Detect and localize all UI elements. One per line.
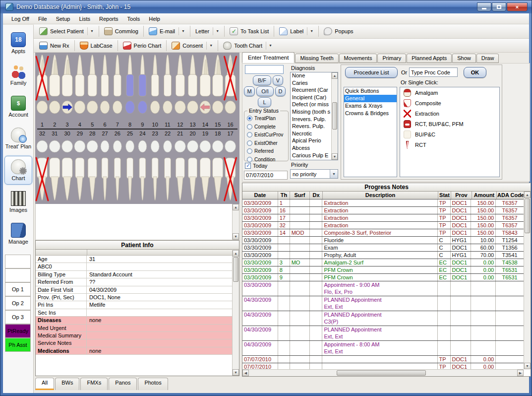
chevron-down-icon[interactable]: ▼ xyxy=(266,42,272,50)
scroll-up-arrow[interactable]: ▲ xyxy=(233,250,239,257)
quick-category-quick-buttons[interactable]: Quick Buttons xyxy=(344,87,397,95)
chevron-down-icon[interactable]: ▼ xyxy=(87,27,94,35)
patient-info-row-medical-summary[interactable]: Medical Summary xyxy=(36,332,232,339)
radio-icon[interactable] xyxy=(247,116,252,121)
diagnosis-option-none[interactable]: None xyxy=(291,72,338,80)
op-button-op-3[interactable]: Op 3 xyxy=(5,310,31,324)
tooth-number-input[interactable] xyxy=(245,65,284,74)
column-header-surf[interactable]: Surf xyxy=(290,192,310,199)
diagnosis-option-abcess[interactable]: Abcess xyxy=(291,145,338,152)
single-click-extraction[interactable]: Extraction xyxy=(400,108,499,119)
column-header-stat[interactable]: Stat xyxy=(438,192,451,199)
op-button-op-1[interactable]: Op 1 xyxy=(5,282,31,296)
scrollbar-thumb[interactable] xyxy=(525,198,530,233)
entry-status-option-referred[interactable]: Referred xyxy=(244,147,288,155)
scroll-down-arrow[interactable]: ▼ xyxy=(524,363,531,369)
surface-button-oi[interactable]: O/I xyxy=(256,86,274,96)
status-button-ptready[interactable]: PtReady xyxy=(5,324,31,338)
toolbar-button-e-mail[interactable]: E-mail▼ xyxy=(145,25,188,37)
image-tab-fmxs[interactable]: FMXs xyxy=(80,378,108,390)
patient-info-scrollbar[interactable]: ▲ ▼ xyxy=(232,250,239,376)
sidebar-item-appts[interactable]: 18Appts xyxy=(4,29,32,58)
single-click-rct[interactable]: RCT xyxy=(400,139,499,150)
menu-lists[interactable]: Lists xyxy=(74,14,95,23)
menu-help[interactable]: Help xyxy=(144,14,165,23)
column-header-prov[interactable]: Prov xyxy=(451,192,472,199)
column-header-amount[interactable]: Amount xyxy=(472,192,497,199)
menu-setup[interactable]: Setup xyxy=(52,14,75,23)
radio-icon[interactable] xyxy=(247,157,252,162)
toolbar-button-select-patient[interactable]: Select Patient▼ xyxy=(36,25,97,37)
diagnosis-option-revers-pulp[interactable]: Revers. Pulp. xyxy=(291,123,338,131)
toolbar-button-perio-chart[interactable]: Perio Chart xyxy=(119,40,165,52)
patient-info-row-billing-type[interactable]: Billing TypeStandard Account xyxy=(36,271,232,278)
op-empty-slot[interactable] xyxy=(5,268,31,282)
ok-button[interactable]: OK xyxy=(464,67,486,78)
table-row[interactable]: 03/30/20099PFM CrownECDOC10.00T6531 xyxy=(242,274,524,281)
table-row[interactable]: 04/30/2009PLANNED AppointmentExt, Ext xyxy=(242,296,524,311)
table-row[interactable]: 07/07/2010TPDOC10.00 xyxy=(242,363,524,369)
surface-button-bf[interactable]: B/F xyxy=(253,75,271,85)
patient-info-row-sec-ins[interactable]: Sec Ins xyxy=(36,309,232,317)
column-header-ada-code[interactable]: ADA Code xyxy=(497,192,525,199)
toolbar-button-commlog[interactable]: Commlog xyxy=(101,25,142,37)
patient-info-row-medications[interactable]: Medicationsnone xyxy=(36,347,232,355)
table-row[interactable]: 03/30/20091ExtractionTPDOC1150.00T6357 xyxy=(242,199,524,207)
table-row[interactable]: 04/30/2009PLANNED AppointmentExt, Ext xyxy=(242,326,524,341)
patient-info-row-date-first-visit[interactable]: Date First Visit04/30/2009 xyxy=(36,286,232,294)
title-bar[interactable]: Demo Database {Admin} - Smith, John - 15… xyxy=(0,0,532,13)
sidebar-item-images[interactable]: Images xyxy=(4,188,32,216)
scroll-down-arrow[interactable]: ▼ xyxy=(332,153,338,160)
patient-info-row-prov-pri-sec[interactable]: Prov. (Pri, Sec)DOC1, None xyxy=(36,294,232,301)
diagnosis-option-missing-tooth-s[interactable]: Missing (tooth s xyxy=(291,109,338,116)
image-tab-photos[interactable]: Photos xyxy=(138,378,168,390)
status-button-ph-asst[interactable]: Ph Asst xyxy=(5,338,31,352)
table-row[interactable]: 04/30/2009PLANNED AppointmentC3(P) xyxy=(242,311,524,326)
column-header-th[interactable]: Th xyxy=(278,192,290,199)
scroll-up-arrow[interactable]: ▲ xyxy=(233,204,239,210)
procedure-list-button[interactable]: Procedure List xyxy=(345,67,398,78)
scroll-right-arrow[interactable]: ▶ xyxy=(517,370,524,376)
diagnosis-option-irrevers-pulp[interactable]: Irrevers. Pulp. xyxy=(291,116,338,124)
table-row[interactable]: 03/30/2009Appointment - 9:00 AMFlo, Ex, … xyxy=(242,281,524,296)
entry-status-option-complete[interactable]: Complete xyxy=(244,123,288,131)
surface-button-v[interactable]: V xyxy=(273,75,283,85)
quick-category-general[interactable]: General xyxy=(344,95,397,102)
entry-status-option-condition[interactable]: Condition xyxy=(244,156,288,164)
radio-icon[interactable] xyxy=(247,140,252,146)
today-checkbox[interactable] xyxy=(245,163,251,169)
scroll-down-arrow[interactable]: ▼ xyxy=(233,233,239,240)
patient-info-row-service-notes[interactable]: Service Notes xyxy=(36,339,232,347)
quick-category-crowns-bridges[interactable]: Crowns & Bridges xyxy=(344,110,397,117)
toolbar-button-to-task-list[interactable]: To Task List xyxy=(226,25,272,37)
sidebar-item-family[interactable]: Family xyxy=(4,61,32,89)
toolbar-button-tooth-chart[interactable]: Tooth Chart▼ xyxy=(220,40,276,52)
patient-info-row-pri-ins[interactable]: Pri InsMetlife xyxy=(36,301,232,309)
chevron-down-icon[interactable]: ▼ xyxy=(213,27,219,35)
patient-info-row-diseases[interactable]: Diseasesnone xyxy=(36,317,232,324)
tab-enter-treatment[interactable]: Enter Treatment xyxy=(242,52,295,63)
scroll-down-arrow[interactable]: ▼ xyxy=(233,369,239,376)
entry-status-option-existother[interactable]: ExistOther xyxy=(244,139,288,147)
table-row[interactable]: 03/30/2009ExamCDOC160.00T1356 xyxy=(242,244,524,252)
tooth-chart[interactable]: 1234567891011121314151632313029282726252… xyxy=(35,53,239,204)
sidebar-item-account[interactable]: $Account xyxy=(4,92,32,121)
tab-show[interactable]: Show xyxy=(452,54,476,63)
toolbar-button-label[interactable]: Label▼ xyxy=(276,25,317,37)
diagnosis-option-necrotic[interactable]: Necrotic xyxy=(291,131,338,138)
quick-category-exams-xrays[interactable]: Exams & Xrays xyxy=(344,102,397,110)
chevron-down-icon[interactable]: ▼ xyxy=(330,170,338,178)
surface-button-d[interactable]: D xyxy=(275,86,286,96)
tab-planned-appts[interactable]: Planned Appts xyxy=(407,54,452,63)
radio-icon[interactable] xyxy=(247,132,252,137)
op-button-op-2[interactable]: Op 2 xyxy=(5,296,31,310)
menu-reports[interactable]: Reports xyxy=(95,14,123,23)
table-row[interactable]: 03/30/200932ExtractionTPDOC1150.00T6357 xyxy=(242,222,524,229)
radio-icon[interactable] xyxy=(247,148,252,154)
entry-status-option-treatplan[interactable]: TreatPlan xyxy=(244,115,288,123)
diagnosis-option-apical-perio[interactable]: Apical Perio xyxy=(291,137,338,145)
tab-movements[interactable]: Movements xyxy=(339,54,377,63)
toolbar-button-letter[interactable]: Letter▼ xyxy=(192,25,223,37)
toolbar-button-consent[interactable]: Consent▼ xyxy=(168,40,216,52)
column-header-dx[interactable]: Dx xyxy=(310,192,323,199)
